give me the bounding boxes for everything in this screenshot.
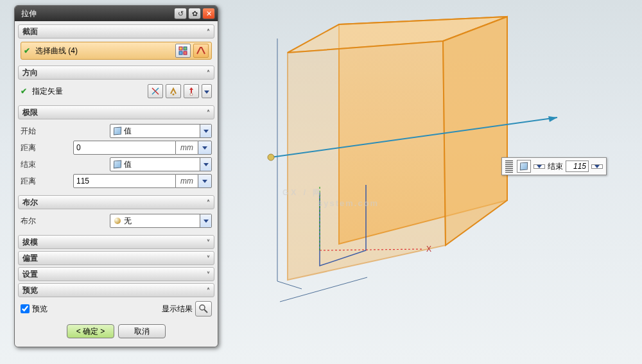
check-icon: ✔ — [24, 46, 30, 55]
svg-text:X: X — [426, 245, 431, 254]
section-header-preview[interactable]: 预览˄ — [18, 283, 214, 297]
chevron-down-icon — [200, 214, 211, 227]
vector-dialog-button[interactable] — [148, 84, 163, 98]
settings-button[interactable]: ✿ — [188, 8, 201, 19]
unit-label: mm — [176, 141, 198, 155]
value-mode-dropdown[interactable] — [534, 164, 545, 169]
start-distance-spin[interactable] — [198, 141, 212, 155]
value-mode-button[interactable] — [517, 160, 531, 173]
end-label: 结束 — [548, 161, 563, 172]
end-value-input[interactable] — [566, 160, 589, 172]
chevron-up-icon: ˄ — [207, 287, 210, 294]
preview-label: 预览 — [32, 304, 48, 315]
end-value-dropdown[interactable] — [591, 164, 603, 169]
svg-point-19 — [173, 94, 175, 96]
start-distance-input[interactable] — [73, 141, 176, 155]
reverse-vector-button[interactable] — [166, 84, 181, 98]
section-header-direction[interactable]: 方向˄ — [18, 65, 214, 80]
chevron-up-icon: ˄ — [207, 28, 210, 35]
svg-rect-15 — [179, 51, 182, 55]
chevron-down-icon — [200, 125, 211, 137]
check-icon: ✔ — [21, 87, 27, 96]
svg-rect-16 — [184, 51, 187, 55]
cancel-button[interactable]: 取消 — [118, 324, 166, 338]
drag-grip-icon[interactable] — [505, 160, 513, 173]
svg-rect-14 — [184, 47, 187, 50]
end-mode-select[interactable]: 值 — [110, 157, 212, 171]
end-distance-label: 距离 — [21, 176, 71, 187]
boolean-mode-select[interactable]: 无 — [110, 214, 212, 228]
chevron-down-icon: ˅ — [207, 255, 210, 262]
section-header-boolean[interactable]: 布尔˄ — [18, 195, 214, 209]
chevron-up-icon: ˄ — [207, 109, 210, 116]
section-header-limits[interactable]: 极限˄ — [18, 105, 214, 119]
chevron-down-icon — [200, 158, 211, 171]
end-label: 结束 — [21, 159, 107, 170]
chevron-down-icon: ˅ — [207, 239, 210, 246]
svg-marker-3 — [288, 41, 446, 280]
svg-point-23 — [200, 305, 205, 310]
end-distance-input[interactable] — [73, 174, 176, 188]
svg-point-22 — [190, 93, 193, 96]
chevron-up-icon: ˄ — [207, 69, 210, 76]
preview-checkbox[interactable] — [21, 304, 30, 313]
start-mode-select[interactable]: 值 — [110, 124, 212, 138]
svg-marker-4 — [443, 17, 507, 245]
close-button[interactable]: ✕ — [202, 8, 215, 19]
chevron-down-icon: ˅ — [207, 271, 210, 278]
section-header-settings[interactable]: 设置˅ — [18, 267, 214, 281]
select-curve-row[interactable]: ✔ 选择曲线 (4) — [21, 42, 212, 60]
chevron-up-icon: ˄ — [207, 199, 210, 206]
section-header-draft[interactable]: 拔模˅ — [18, 235, 214, 249]
show-result-button[interactable] — [195, 301, 212, 316]
vector-constructor-button[interactable] — [184, 84, 199, 98]
extrude-dialog: 拉伸 ↺ ✿ ✕ 截面˄ ✔ 选择曲线 (4) 方向˄ ✔ 指定矢量 — [14, 5, 218, 347]
specify-vector-row: ✔ 指定矢量 — [21, 83, 212, 100]
boolean-label: 布尔 — [21, 216, 107, 227]
end-distance-spin[interactable] — [198, 174, 212, 188]
start-distance-label: 距离 — [21, 143, 71, 153]
section-header-offset[interactable]: 偏置˅ — [18, 251, 214, 265]
section-header-profile[interactable]: 截面˄ — [18, 24, 214, 39]
show-result-label: 显示结果 — [162, 304, 193, 315]
svg-line-24 — [204, 309, 207, 313]
curve-rule-button[interactable] — [193, 44, 209, 58]
svg-marker-21 — [189, 87, 193, 90]
dialog-titlebar[interactable]: 拉伸 ↺ ✿ ✕ — [15, 6, 218, 21]
svg-rect-13 — [179, 47, 182, 50]
undo-button[interactable]: ↺ — [174, 8, 187, 19]
svg-point-12 — [268, 154, 274, 160]
vector-menu-button[interactable] — [202, 84, 212, 98]
sketch-section-button[interactable] — [175, 44, 191, 58]
dialog-title: 拉伸 — [21, 8, 173, 19]
ok-button[interactable]: < 确定 > — [67, 324, 114, 338]
floating-end-input[interactable]: 结束 — [501, 157, 607, 175]
unit-label: mm — [176, 174, 198, 188]
start-label: 开始 — [21, 126, 107, 137]
